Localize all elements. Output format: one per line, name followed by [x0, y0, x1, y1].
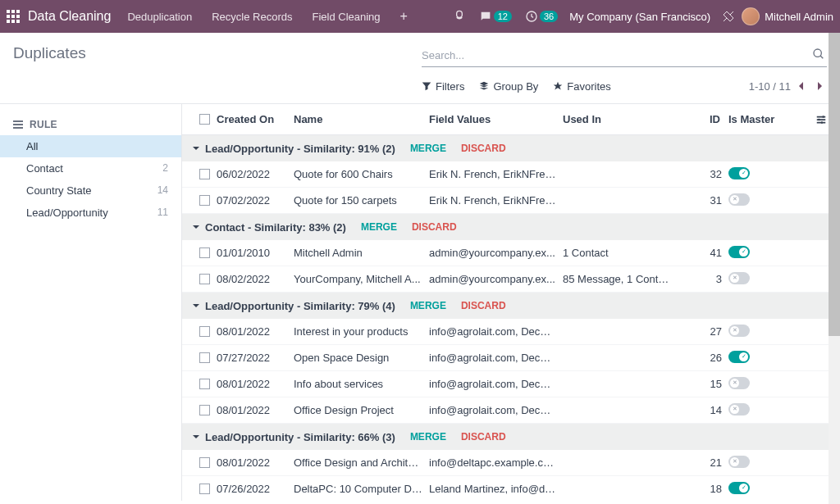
row-checkbox[interactable]: [199, 484, 210, 494]
svg-rect-6: [7, 20, 10, 23]
apps-icon[interactable]: [7, 10, 20, 23]
group-row[interactable]: Lead/Opportunity - Similarity: 66% (3)ME…: [182, 424, 840, 450]
table-row[interactable]: 06/02/2022Quote for 600 ChairsErik N. Fr…: [182, 161, 840, 188]
table-row[interactable]: 07/27/2022Open Space Designinfo@agrolait…: [182, 345, 840, 371]
nav-add-icon[interactable]: +: [400, 9, 408, 24]
svg-point-15: [818, 118, 820, 120]
nav-deduplication[interactable]: Deduplication: [127, 11, 192, 23]
select-all-checkbox[interactable]: [199, 114, 210, 125]
row-checkbox[interactable]: [199, 169, 210, 179]
merge-button[interactable]: MERGE: [410, 300, 446, 311]
discard-button[interactable]: DISCARD: [412, 221, 457, 233]
row-checkbox[interactable]: [199, 326, 210, 337]
phone-icon[interactable]: [453, 10, 466, 23]
master-toggle[interactable]: [728, 351, 750, 363]
row-checkbox[interactable]: [199, 405, 210, 415]
cell-created: 08/01/2022: [217, 456, 294, 469]
group-row[interactable]: Contact - Similarity: 83% (2)MERGEDISCAR…: [182, 214, 840, 240]
messages-icon[interactable]: 12: [479, 10, 512, 23]
row-checkbox[interactable]: [199, 195, 210, 206]
master-toggle[interactable]: [728, 482, 750, 494]
row-checkbox[interactable]: [199, 247, 210, 258]
master-toggle[interactable]: [728, 193, 750, 206]
cell-id: 21: [679, 456, 728, 469]
row-checkbox[interactable]: [199, 457, 210, 468]
table-row[interactable]: 08/01/2022Office Design Projectinfo@agro…: [182, 397, 840, 424]
master-toggle[interactable]: [728, 403, 750, 415]
sidebar-item-count: 14: [158, 184, 168, 197]
activity-icon[interactable]: 36: [525, 10, 558, 23]
group-row[interactable]: Lead/Opportunity - Similarity: 79% (4)ME…: [182, 293, 840, 319]
col-name[interactable]: Name: [294, 113, 429, 125]
cell-field-values: info@agrolait.com, Deco ...: [429, 378, 563, 390]
pager-text[interactable]: 1-10 / 11: [749, 80, 791, 93]
scrollbar[interactable]: [829, 33, 840, 504]
cell-id: 15: [679, 378, 728, 390]
discard-button[interactable]: DISCARD: [461, 143, 506, 154]
master-toggle[interactable]: [728, 246, 750, 258]
search-wrap: [422, 44, 827, 67]
sidebar-item[interactable]: Lead/Opportunity11: [0, 202, 181, 224]
col-id[interactable]: ID: [679, 113, 728, 125]
layers-icon: [479, 81, 489, 91]
table-row[interactable]: 08/01/2022Interest in your productsinfo@…: [182, 319, 840, 345]
row-checkbox[interactable]: [199, 352, 210, 363]
table-row[interactable]: 01/01/2010Mitchell Adminadmin@yourcompan…: [182, 240, 840, 266]
scrollbar-thumb[interactable]: [829, 33, 840, 336]
chevron-right-icon: [815, 81, 824, 91]
group-row[interactable]: Lead/Opportunity - Similarity: 91% (2)ME…: [182, 135, 840, 161]
content: Created On Name Field Values Used In ID …: [182, 104, 840, 501]
cell-created: 07/02/2022: [217, 194, 294, 207]
table-row[interactable]: 08/01/2022Info about servicesinfo@agrola…: [182, 371, 840, 397]
master-toggle[interactable]: [728, 272, 750, 284]
table-row[interactable]: 07/02/2022Quote for 150 carpetsErik N. F…: [182, 188, 840, 214]
adjust-columns-icon[interactable]: [815, 114, 827, 125]
cell-created: 08/02/2022: [217, 273, 294, 285]
sidebar-item[interactable]: All: [0, 135, 181, 157]
col-used-in[interactable]: Used In: [563, 113, 679, 125]
funnel-icon: [422, 81, 431, 91]
master-toggle[interactable]: [728, 325, 750, 337]
group-label: Lead/Opportunity - Similarity: 91% (2): [205, 143, 395, 155]
col-is-master[interactable]: Is Master: [728, 113, 781, 125]
cell-master: [728, 351, 781, 366]
table-row[interactable]: 07/26/2022DeltaPC: 10 Computer De...Lela…: [182, 476, 840, 501]
pager-prev[interactable]: [794, 79, 809, 93]
app-name[interactable]: Data Cleaning: [28, 9, 111, 24]
master-toggle[interactable]: [728, 377, 750, 389]
sidebar-item[interactable]: Country State14: [0, 179, 181, 202]
groupby-button[interactable]: Group By: [479, 80, 538, 93]
pager-next[interactable]: [812, 79, 827, 93]
merge-button[interactable]: MERGE: [361, 221, 397, 233]
tools-icon[interactable]: [722, 10, 735, 23]
filters-button[interactable]: Filters: [422, 80, 464, 93]
company-selector[interactable]: My Company (San Francisco): [569, 11, 710, 23]
table-row[interactable]: 08/02/2022YourCompany, Mitchell A...admi…: [182, 266, 840, 293]
nav-recycle[interactable]: Recycle Records: [212, 11, 292, 23]
row-checkbox[interactable]: [199, 379, 210, 389]
sidebar-item[interactable]: Contact2: [0, 157, 181, 179]
discard-button[interactable]: DISCARD: [461, 431, 506, 443]
discard-button[interactable]: DISCARD: [461, 300, 506, 311]
user-name[interactable]: Mitchell Admin: [765, 11, 833, 23]
merge-button[interactable]: MERGE: [410, 431, 446, 443]
group-label: Contact - Similarity: 83% (2): [205, 221, 346, 234]
svg-rect-5: [16, 15, 20, 18]
search-input[interactable]: [422, 49, 827, 61]
master-toggle[interactable]: [728, 167, 750, 179]
avatar[interactable]: [742, 7, 760, 25]
table-row[interactable]: 08/01/2022Office Design and Archite...in…: [182, 450, 840, 476]
master-toggle[interactable]: [728, 456, 750, 468]
favorites-button[interactable]: Favorites: [553, 80, 610, 93]
sidebar: RULE AllContact2Country State14Lead/Oppo…: [0, 104, 182, 501]
search-icon[interactable]: [812, 48, 825, 61]
nav-field-cleaning[interactable]: Field Cleaning: [312, 11, 380, 23]
col-field-values[interactable]: Field Values: [429, 113, 563, 125]
row-checkbox[interactable]: [199, 274, 210, 284]
table-header: Created On Name Field Values Used In ID …: [182, 104, 840, 135]
caret-down-icon: [192, 433, 200, 441]
svg-rect-4: [11, 15, 15, 18]
col-created[interactable]: Created On: [217, 113, 294, 125]
merge-button[interactable]: MERGE: [410, 143, 446, 154]
cell-created: 01/01/2010: [217, 247, 294, 259]
